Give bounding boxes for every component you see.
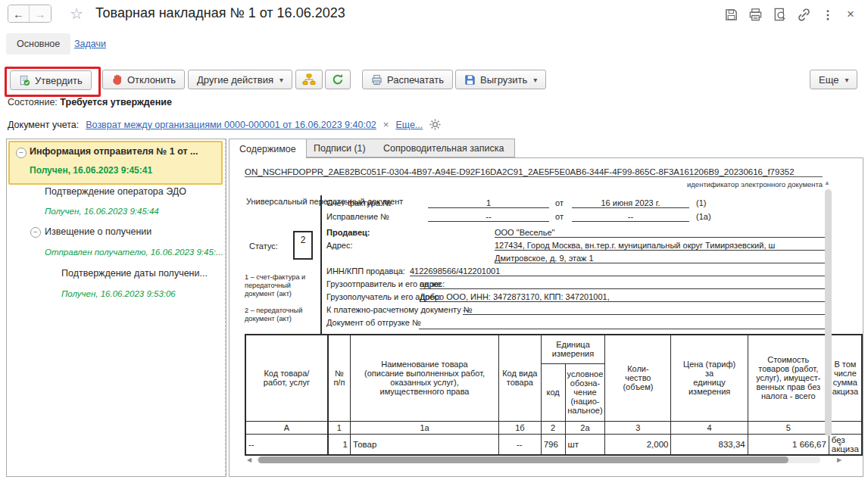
document-identifier-field[interactable]: ON_NSCHFDOPPR_2AE82BC051F-0304-4B97-A94E… <box>245 167 823 177</box>
inn-label: ИНН/КПП продавца: <box>326 266 405 276</box>
dropdown-arrow-icon: ▾ <box>845 76 848 84</box>
col-header-price: Цена (тариф) за единицу измерения <box>671 335 748 421</box>
dropdown-arrow-icon: ▾ <box>533 76 537 84</box>
code-cell: 1а <box>351 421 499 434</box>
more-dots-icon[interactable]: ⋮ <box>820 6 836 23</box>
get-link-button[interactable] <box>795 6 812 23</box>
tree-item-selected[interactable]: − Информация отправителя № 1 от ... Полу… <box>8 141 223 185</box>
tab-cover-note[interactable]: Сопроводительная записка <box>373 139 515 157</box>
invoice-ref: (1) <box>696 198 706 207</box>
correction-label: Исправление № <box>326 212 389 221</box>
tab-signatures[interactable]: Подписи (1) <box>304 139 376 157</box>
accounting-doc-link[interactable]: Возврат между организациями 0000-000001 … <box>86 120 376 130</box>
upd-status-value-box: 2 <box>293 231 313 260</box>
col-header-num: № п/п <box>328 335 351 421</box>
invoice-date-value: 16 июня 2023 г. <box>572 198 689 208</box>
upd-status-note-2: 2 – передаточный документ (акт) <box>245 307 302 323</box>
invoice-number-label: Счет-фактура № <box>326 198 392 207</box>
address-label: Адрес: <box>326 241 353 250</box>
upd-status-note-1: 1 – счет-фактура и передаточный документ… <box>245 273 305 298</box>
collapse-icon[interactable]: − <box>16 148 27 158</box>
shipping-doc-label: Документ об отгрузке № <box>326 318 421 327</box>
refresh-button[interactable] <box>325 70 351 89</box>
app-window: ← → ☆ Товарная накладная № 1 от 16.06.20… <box>0 0 868 483</box>
export-button[interactable]: Выгрузить ▾ <box>455 70 546 89</box>
back-button[interactable]: ← <box>8 5 30 22</box>
goods-table: Код товара/ работ, услуг № п/п Наименова… <box>245 334 863 456</box>
invoice-from-label: от <box>555 198 564 207</box>
shipper-value: он же <box>420 279 825 289</box>
scroll-right-icon[interactable]: ▶ <box>837 457 841 463</box>
correction-ref: (1а) <box>696 212 711 221</box>
consignee-value: Добро ООО, ИНН: 3472873170, КПП: 3472010… <box>420 292 825 302</box>
col-header-qty: Коли- чество (объем) <box>605 335 671 421</box>
inn-value: 4122698566/412201001 <box>410 266 825 276</box>
payment-doc-value: -- <box>463 305 825 315</box>
tree-item-status: Получен, 16.06.2023 9:45:41 <box>30 165 152 176</box>
print-titlebar-button[interactable] <box>747 6 763 23</box>
more-button[interactable]: Еще ▾ <box>810 70 857 89</box>
correction-from-label: от <box>555 212 564 221</box>
correction-number-value: -- <box>428 212 549 222</box>
route-map-button[interactable] <box>295 70 323 89</box>
payment-doc-label: К платежно-расчетному документу № <box>326 305 473 314</box>
col-header-unit: Единица измерения <box>541 335 605 363</box>
decline-label: Отклонить <box>127 74 176 86</box>
tree-item[interactable]: Подтверждение оператора ЭДО <box>45 186 186 197</box>
tree-item-status: Получен, 16.06.2023 9:45:44 <box>45 207 159 216</box>
tree-item[interactable]: Извещение о получении <box>45 226 151 237</box>
close-icon[interactable]: × <box>842 6 859 23</box>
horizontal-scrollbar[interactable] <box>258 457 788 463</box>
state-value: Требуется утверждение <box>60 97 172 108</box>
panel-splitter[interactable] <box>225 139 226 475</box>
document-view-panel: ON_NSCHFDOPPR_2AE82BC051F-0304-4B97-A94E… <box>229 157 863 477</box>
clear-x-icon[interactable]: × <box>383 119 389 130</box>
print-label: Распечатать <box>387 74 444 86</box>
export-label: Выгрузить <box>480 74 527 86</box>
gear-icon[interactable] <box>429 119 441 130</box>
refresh-icon <box>332 73 344 86</box>
edo-tree-panel: − Информация отправителя № 1 от ... Полу… <box>6 139 226 477</box>
tree-item-title[interactable]: Информация отправителя № 1 от ... <box>30 146 198 157</box>
tree-item-status: Отправлен получателю, 16.06.2023 9:45:..… <box>45 248 223 257</box>
tab-content[interactable]: Содержимое <box>229 139 307 158</box>
decline-button[interactable]: Отклонить <box>102 70 185 89</box>
tree-item[interactable]: Подтверждение даты получени... <box>61 268 208 279</box>
accounting-doc-more-link[interactable]: Еще... <box>395 120 423 130</box>
code-cell: 3 <box>605 421 671 434</box>
other-actions-button[interactable]: Другие действия ▾ <box>188 70 292 89</box>
approve-label: Утвердить <box>35 75 83 86</box>
tab-tasks[interactable]: Задачи <box>74 39 106 49</box>
code-cell: 1б <box>499 421 542 434</box>
form-divider <box>320 195 322 334</box>
vertical-scrollbar[interactable] <box>825 189 832 436</box>
forward-icon: → <box>35 8 46 20</box>
scroll-down-icon[interactable]: ▼ <box>837 441 843 448</box>
back-icon: ← <box>13 8 24 20</box>
cell-code: -- <box>245 434 328 455</box>
page-title: Товарная накладная № 1 от 16.06.2023 <box>95 5 345 21</box>
preview-button[interactable] <box>771 6 788 23</box>
approve-button[interactable]: Утвердить <box>10 70 92 90</box>
collapse-icon[interactable]: − <box>30 227 41 238</box>
print-button[interactable]: Распечатать <box>362 70 453 89</box>
forward-button[interactable]: → <box>30 5 51 22</box>
cell-unit-symbol: шт <box>565 434 605 455</box>
cell-name: Товар <box>351 434 499 455</box>
cell-kind: -- <box>499 434 542 455</box>
scroll-left-icon[interactable]: ◀ <box>247 457 251 463</box>
save-button[interactable] <box>723 6 739 23</box>
dropdown-arrow-icon: ▾ <box>279 76 283 84</box>
scroll-up-icon[interactable]: ▲ <box>824 179 830 186</box>
preview-icon <box>773 8 787 22</box>
code-cell: 2 <box>541 421 565 434</box>
col-header-name: Наименование товара (описание выполненны… <box>351 335 499 421</box>
favorite-star-icon[interactable]: ☆ <box>70 5 83 23</box>
code-cell: 5 <box>748 421 829 434</box>
print-button-icon <box>371 74 382 86</box>
seller-value: ООО "Веселье" <box>495 228 825 238</box>
cell-excise: без акциза <box>829 434 862 455</box>
history-nav-group: ← → <box>8 5 52 23</box>
export-floppy-icon <box>464 74 476 86</box>
tab-main[interactable]: Основное <box>6 33 70 55</box>
